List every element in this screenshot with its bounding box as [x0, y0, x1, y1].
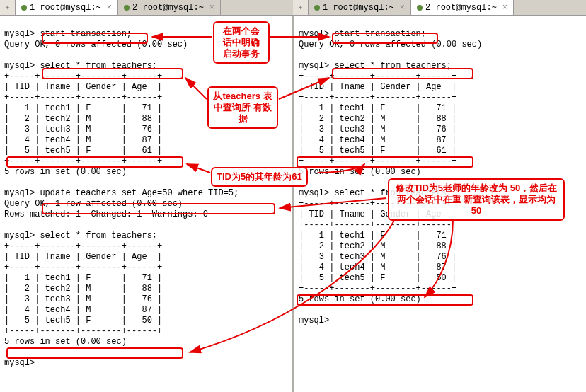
tab-label: 1 root@mysql:~ [323, 3, 394, 13]
annotation-select: 从teachers 表中查询所 有数据 [207, 86, 278, 129]
new-tab-button-right[interactable]: ✦ [293, 0, 309, 15]
new-tab-button-left[interactable]: ✦ [0, 0, 16, 15]
tab-right-1[interactable]: 1 root@mysql:~ × [309, 0, 411, 15]
tab-label: 1 root@mysql:~ [30, 3, 101, 13]
tab-label: 2 root@mysql:~ [425, 3, 497, 13]
status-dot-icon [21, 5, 27, 11]
close-icon[interactable]: × [209, 3, 214, 13]
close-icon[interactable]: × [502, 3, 507, 13]
status-dot-icon [314, 5, 320, 11]
tab-right-2[interactable]: 2 root@mysql:~ × [411, 0, 514, 15]
tab-label: 2 root@mysql:~ [132, 3, 204, 13]
status-dot-icon [417, 5, 423, 11]
annotation-start-tx: 在两个会 话中明确 启动事务 [213, 21, 270, 64]
status-dot-icon [124, 5, 130, 11]
close-icon[interactable]: × [400, 3, 405, 13]
terminal-pane-left[interactable]: mysql> start transaction; Query OK, 0 ro… [0, 16, 292, 392]
annotation-age61: TID为5的其年龄为61 [211, 167, 308, 187]
tab-left-2[interactable]: 2 root@mysql:~ × [118, 0, 221, 15]
annotation-update: 修改TID为5老师的年龄改为 50，然后在两个会话中在重 新查询该表，显示均为5… [388, 178, 565, 221]
close-icon[interactable]: × [107, 3, 112, 13]
tab-left-1[interactable]: 1 root@mysql:~ × [16, 0, 118, 15]
